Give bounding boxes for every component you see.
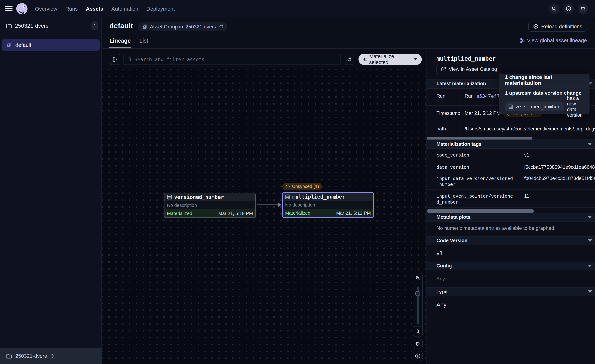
lineage-edge <box>257 204 280 205</box>
settings-button[interactable] <box>578 4 588 14</box>
section-config[interactable]: Config <box>426 262 595 270</box>
asset-search-box <box>123 54 340 65</box>
sidebar-item-label: default <box>15 42 31 48</box>
nav-item-runs[interactable]: Runs <box>65 6 78 12</box>
reload-definitions-label: Reload definitions <box>541 24 582 29</box>
download-graph-button[interactable] <box>413 351 423 361</box>
global-lineage-label: View global asset lineage <box>527 37 587 43</box>
chevron-down-icon <box>588 143 592 146</box>
path-link[interactable]: /Users/smackesey/stm/code/elementl/exper… <box>465 126 595 132</box>
help-icon <box>566 6 571 12</box>
nav-item-automation[interactable]: Automation <box>112 6 138 12</box>
sidebar-item-default[interactable]: default <box>2 39 99 51</box>
external-link-icon <box>441 66 446 72</box>
materialize-dropdown-button[interactable] <box>409 54 422 65</box>
section-type[interactable]: Type <box>426 287 595 296</box>
tag-value: v1 <box>520 149 595 161</box>
page-header: default Asset Group in 250321-dvers Relo… <box>102 17 595 49</box>
view-tabs: Lineage List <box>109 37 148 49</box>
asset-node-name: multiplied_number <box>292 194 345 200</box>
view-global-asset-lineage-link[interactable]: View global asset lineage <box>520 37 587 43</box>
sidebar-group-row[interactable]: 250321-dvers 1 <box>0 21 102 31</box>
refresh-icon[interactable] <box>50 354 55 358</box>
reload-definitions-button[interactable]: Reload definitions <box>528 21 587 32</box>
asset-node-versioned-number[interactable]: versioned_number No description Material… <box>164 193 256 218</box>
zoom-slider-handle[interactable] <box>415 291 420 296</box>
sidebar-group-count-badge: 1 <box>92 21 98 30</box>
zoom-in-icon <box>415 276 420 280</box>
run-row-label: Run <box>426 89 461 105</box>
search-icon <box>127 57 132 62</box>
section-heading: Metadata plots <box>437 214 470 220</box>
badge-prefix: Asset Group in <box>150 24 183 30</box>
section-code-version[interactable]: Code Version <box>426 236 595 245</box>
asset-node-description: No description <box>164 201 255 209</box>
download-icon <box>415 353 421 359</box>
sidebar-divider <box>0 35 102 35</box>
search-button[interactable] <box>549 4 559 14</box>
sidebar-footer: 250321-dvers <box>0 348 102 364</box>
lineage-edge-arrowhead <box>278 203 282 207</box>
chevron-down-icon <box>588 290 592 293</box>
nav-item-overview[interactable]: Overview <box>35 6 57 12</box>
type-value: Any <box>437 301 446 308</box>
tag-key: input_event_pointer/versioned_number <box>426 190 520 207</box>
run-prefix: Run <box>465 93 474 99</box>
asset-node-multiplied-number[interactable]: multiplied_number No description Materia… <box>282 192 374 218</box>
table-row: data_version f6ccba1776380941e9cd1ea6648… <box>426 161 595 172</box>
view-in-asset-catalog-button[interactable]: View in Asset Catalog <box>437 64 501 74</box>
tag-key: input_data_version/versioned_number <box>426 172 520 189</box>
zoom-in-button[interactable] <box>413 273 422 283</box>
unsynced-badge-label: Unsynced (1) <box>292 184 319 189</box>
metadata-plots-empty-text: No numeric metadata entries available to… <box>437 225 555 231</box>
nav-item-deployment[interactable]: Deployment <box>147 6 175 12</box>
materialized-status: Materialized <box>167 211 192 216</box>
table-icon <box>167 195 172 200</box>
tooltip-title: 1 change since last materialization <box>499 74 589 87</box>
asset-group-icon <box>142 24 147 29</box>
timestamp-row-label: Timestamp <box>426 106 461 121</box>
section-heading: Config <box>437 263 452 269</box>
table-row: code_version v1 <box>426 149 595 161</box>
tag-value: 11 <box>520 190 595 207</box>
search-icon <box>552 6 557 11</box>
dagster-logo[interactable] <box>16 3 28 15</box>
graph-settings-button[interactable] <box>413 339 423 349</box>
expand-panel-button[interactable] <box>110 54 120 65</box>
section-materialization-tags[interactable]: Materialization tags <box>426 140 595 149</box>
refresh-icon[interactable] <box>219 24 223 29</box>
page-title: default <box>109 21 133 30</box>
lineage-graph-canvas[interactable]: Unsynced (1) versioned_number No descrip… <box>102 68 426 364</box>
asset-group-icon <box>6 42 12 48</box>
gear-icon <box>580 6 586 12</box>
asset-search-input[interactable] <box>135 56 337 62</box>
refresh-graph-button[interactable] <box>344 54 354 65</box>
zoom-controls <box>413 273 423 337</box>
materialized-status: Materialized <box>285 210 311 216</box>
menu-icon[interactable] <box>5 5 13 12</box>
view-in-asset-catalog-label: View in Asset Catalog <box>449 66 497 72</box>
nav-item-assets[interactable]: Assets <box>86 6 103 12</box>
section-metadata-plots[interactable]: Metadata plots <box>426 213 595 222</box>
unsynced-badge[interactable]: Unsynced (1) <box>282 183 322 190</box>
run-id-link[interactable]: a5347ef7 <box>476 93 500 99</box>
tab-list[interactable]: List <box>139 37 148 49</box>
help-button[interactable] <box>563 4 574 14</box>
tag-value: f6ccba1776380941e9cd1ea66481d <box>520 161 595 172</box>
asset-node-description: No description <box>283 201 373 209</box>
asset-node-header: multiplied_number <box>283 193 373 201</box>
section-heading: Latest materialization <box>437 81 486 86</box>
folder-icon <box>6 23 12 28</box>
zoom-out-button[interactable] <box>413 326 422 336</box>
section-heading: Type <box>437 289 447 294</box>
chevron-down-icon <box>588 216 592 218</box>
changes-tooltip: 1 change since last materialization 1 up… <box>499 74 589 114</box>
table-row: input_data_version/versioned_number fb04… <box>426 172 595 190</box>
asset-node-header: versioned_number <box>164 193 255 201</box>
tab-lineage[interactable]: Lineage <box>109 37 131 49</box>
horizontal-scrollbar[interactable] <box>427 209 534 213</box>
sidebar-footer-label: 250321-dvers <box>15 353 47 359</box>
materialize-selected-button[interactable]: Materialize selected <box>358 54 422 65</box>
badge-group-link[interactable]: 250321-dvers <box>185 24 216 30</box>
asset-group-badge[interactable]: Asset Group in 250321-dvers <box>138 22 227 31</box>
